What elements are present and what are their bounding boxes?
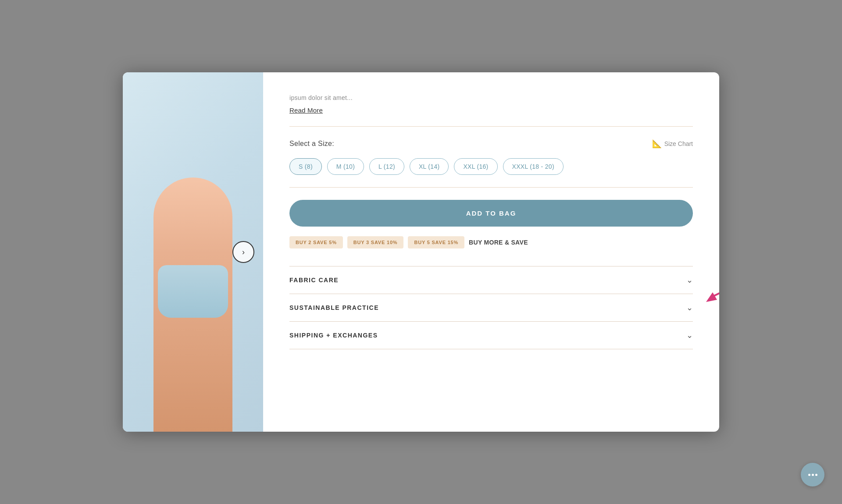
size-chart-icon: 📐 — [652, 139, 662, 149]
next-image-button[interactable]: › — [232, 241, 254, 263]
accordion-item-fabric-care: FABRIC CARE ⌄ — [289, 266, 693, 294]
size-btn-s[interactable]: S (8) — [289, 158, 322, 175]
size-btn-xl[interactable]: XL (14) — [410, 158, 449, 175]
accordion-item-shipping: SHIPPING + EXCHANGES ⌄ — [289, 322, 693, 349]
product-description-truncated: ipsum dolor sit amet... — [289, 94, 693, 101]
accordion-toggle-fabric-care[interactable]: FABRIC CARE ⌄ — [289, 266, 693, 294]
size-chart-link[interactable]: 📐 Size Chart — [652, 139, 693, 149]
size-selector-header: Select a Size: 📐 Size Chart — [289, 139, 693, 149]
svg-marker-0 — [706, 292, 717, 302]
size-btn-m[interactable]: M (10) — [327, 158, 364, 175]
chat-dot-3 — [815, 474, 817, 476]
discount-badge-3[interactable]: BUY 3 SAVE 10% — [347, 236, 404, 248]
accordion-title-sustainable: SUSTAINABLE PRACTICE — [289, 304, 379, 311]
size-chart-label: Size Chart — [664, 140, 693, 147]
size-btn-xxxl[interactable]: XXXL (18 - 20) — [503, 158, 564, 175]
add-to-bag-button[interactable]: ADD TO BAG — [289, 200, 693, 227]
chat-button[interactable] — [801, 463, 824, 486]
accordion-item-sustainable: SUSTAINABLE PRACTICE ⌄ — [289, 294, 693, 322]
chat-icon — [808, 474, 817, 476]
chevron-down-icon-sustainable: ⌄ — [686, 303, 693, 312]
accordion-title-shipping: SHIPPING + EXCHANGES — [289, 332, 378, 339]
browser-frame: › ipsum dolor sit amet... Read More Sele… — [123, 72, 719, 432]
size-btn-xxl[interactable]: XXL (16) — [454, 158, 497, 175]
size-selector-label: Select a Size: — [289, 140, 334, 148]
size-btn-l[interactable]: L (12) — [369, 158, 404, 175]
bulk-discount-row: BUY 2 SAVE 5% BUY 3 SAVE 10% BUY 5 SAVE … — [289, 236, 693, 248]
accordion-title-fabric-care: FABRIC CARE — [289, 277, 339, 284]
product-garment — [158, 265, 228, 318]
divider-1 — [289, 126, 693, 127]
discount-badge-5[interactable]: BUY 5 SAVE 15% — [408, 236, 464, 248]
chat-dot-1 — [808, 474, 810, 476]
divider-2 — [289, 187, 693, 188]
buy-more-save-label: BUY MORE & SAVE — [469, 239, 528, 246]
accordion-section: FABRIC CARE ⌄ SUSTAINABLE PRACTICE ⌄ SHI… — [289, 266, 693, 349]
product-image-panel: › — [123, 72, 263, 432]
chevron-down-icon-shipping: ⌄ — [686, 330, 693, 340]
bulk-discount-wrapper: BUY 2 SAVE 5% BUY 3 SAVE 10% BUY 5 SAVE … — [289, 236, 693, 248]
chat-dot-2 — [812, 474, 814, 476]
accordion-toggle-shipping[interactable]: SHIPPING + EXCHANGES ⌄ — [289, 322, 693, 349]
accordion-toggle-sustainable[interactable]: SUSTAINABLE PRACTICE ⌄ — [289, 294, 693, 321]
read-more-link[interactable]: Read More — [289, 106, 323, 114]
product-detail-panel: ipsum dolor sit amet... Read More Select… — [263, 72, 719, 432]
size-options-group: S (8) M (10) L (12) XL (14) XXL (16) XXX… — [289, 158, 693, 175]
chevron-down-icon-fabric-care: ⌄ — [686, 275, 693, 285]
discount-badge-2[interactable]: BUY 2 SAVE 5% — [289, 236, 343, 248]
